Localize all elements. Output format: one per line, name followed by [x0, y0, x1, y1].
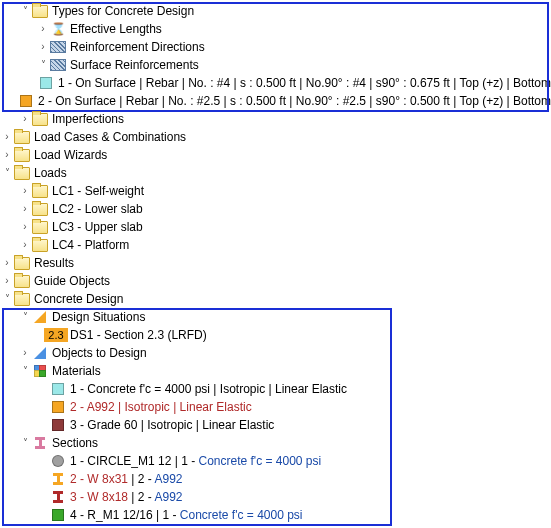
expand-icon[interactable]: ›: [0, 256, 14, 270]
tree-item-material-3[interactable]: · 3 - Grade 60 | Isotropic | Linear Elas…: [0, 416, 551, 434]
tree-label: 1 - CIRCLE_M1 12 | 1 - Concrete f'c = 40…: [70, 452, 321, 470]
tree-item-materials[interactable]: ˅ Materials: [0, 362, 551, 380]
tree-item-lc4[interactable]: › LC4 - Platform: [0, 236, 551, 254]
tree-label: Load Wizards: [34, 146, 107, 164]
tree-label: LC1 - Self-weight: [52, 182, 144, 200]
collapse-icon[interactable]: ˅: [18, 364, 32, 378]
folder-icon: [32, 183, 48, 199]
tree-item-effective-lengths[interactable]: › ⌛ Effective Lengths: [0, 20, 551, 38]
expand-icon[interactable]: ›: [18, 346, 32, 360]
tree-item-load-wizards[interactable]: › Load Wizards: [0, 146, 551, 164]
folder-icon: [14, 129, 30, 145]
tree-label: Types for Concrete Design: [52, 2, 194, 20]
tree-item-reinforcement-directions[interactable]: › Reinforcement Directions: [0, 38, 551, 56]
tree-item-surface-reinf-2[interactable]: · 2 - On Surface | Rebar | No. : #2.5 | …: [0, 92, 551, 110]
triangle-icon: [32, 345, 48, 361]
folder-icon: [32, 219, 48, 235]
expand-icon[interactable]: ›: [18, 220, 32, 234]
tree-label: Guide Objects: [34, 272, 110, 290]
tree-item-surface-reinf-1[interactable]: · 1 - On Surface | Rebar | No. : #4 | s …: [0, 74, 551, 92]
swatch-icon: [50, 399, 66, 415]
folder-icon: [32, 3, 48, 19]
expand-icon[interactable]: ›: [36, 40, 50, 54]
tree-item-lc3[interactable]: › LC3 - Upper slab: [0, 218, 551, 236]
collapse-icon[interactable]: ˅: [18, 436, 32, 450]
swatch-icon: [50, 417, 66, 433]
expand-icon[interactable]: ›: [0, 148, 14, 162]
circle-icon: [50, 453, 66, 469]
folder-icon: [14, 291, 30, 307]
tree-label: Objects to Design: [52, 344, 147, 362]
collapse-icon[interactable]: ˅: [36, 58, 50, 72]
tree-item-section-4[interactable]: · 4 - R_M1 12/16 | 1 - Concrete f'c = 40…: [0, 506, 551, 524]
tree-label: 3 - W 8x18 | 2 - A992: [70, 488, 183, 506]
collapse-icon[interactable]: ˅: [0, 292, 14, 306]
collapse-icon[interactable]: ˅: [18, 310, 32, 324]
tree-label: Load Cases & Combinations: [34, 128, 186, 146]
tree-item-guide-objects[interactable]: › Guide Objects: [0, 272, 551, 290]
tree-label: LC3 - Upper slab: [52, 218, 143, 236]
collapse-icon[interactable]: ˅: [18, 4, 32, 18]
tree-item-material-2[interactable]: · 2 - A992 | Isotropic | Linear Elastic: [0, 398, 551, 416]
tree-item-objects-to-design[interactable]: › Objects to Design: [0, 344, 551, 362]
expand-icon[interactable]: ›: [0, 274, 14, 288]
tree-label: 2 - On Surface | Rebar | No. : #2.5 | s …: [38, 92, 551, 110]
collapse-icon[interactable]: ˅: [0, 166, 14, 180]
tree-label: 4 - R_M1 12/16 | 1 - Concrete f'c = 4000…: [70, 506, 303, 524]
tree-label: LC2 - Lower slab: [52, 200, 143, 218]
tree-item-surface-reinforcements[interactable]: ˅ Surface Reinforcements: [0, 56, 551, 74]
tree-item-concrete-design[interactable]: ˅ Concrete Design: [0, 290, 551, 308]
swatch-icon: [38, 75, 54, 91]
swatch-icon: [50, 507, 66, 523]
expand-icon[interactable]: ›: [18, 184, 32, 198]
tree-label: 2 - W 8x31 | 2 - A992: [70, 470, 183, 488]
triangle-icon: [32, 309, 48, 325]
folder-icon: [32, 201, 48, 217]
tree-item-lc2[interactable]: › LC2 - Lower slab: [0, 200, 551, 218]
tree-label: 2 - A992 | Isotropic | Linear Elastic: [70, 398, 252, 416]
tree-label: Loads: [34, 164, 67, 182]
hourglass-icon: ⌛: [50, 21, 66, 37]
tree-item-section-3[interactable]: · 3 - W 8x18 | 2 - A992: [0, 488, 551, 506]
tree-item-section-2[interactable]: · 2 - W 8x31 | 2 - A992: [0, 470, 551, 488]
tree-item-types-for-concrete-design[interactable]: ˅ Types for Concrete Design: [0, 2, 551, 20]
folder-icon: [14, 147, 30, 163]
ibeam-icon: [50, 471, 66, 487]
tree-label: Effective Lengths: [70, 20, 162, 38]
tree-item-design-situations[interactable]: ˅ Design Situations: [0, 308, 551, 326]
tree-item-loads[interactable]: ˅ Loads: [0, 164, 551, 182]
expand-icon[interactable]: ›: [0, 130, 14, 144]
hatch-icon: [50, 39, 66, 55]
folder-icon: [14, 273, 30, 289]
hatch-icon: [50, 57, 66, 73]
tree-label: Design Situations: [52, 308, 145, 326]
folder-icon: [14, 255, 30, 271]
expand-icon[interactable]: ›: [18, 238, 32, 252]
tree-item-lc1[interactable]: › LC1 - Self-weight: [0, 182, 551, 200]
expand-icon[interactable]: ›: [18, 202, 32, 216]
tree-item-sections[interactable]: ˅ Sections: [0, 434, 551, 452]
folder-icon: [32, 237, 48, 253]
expand-icon[interactable]: ›: [36, 22, 50, 36]
tree-item-material-1[interactable]: · 1 - Concrete f'c = 4000 psi | Isotropi…: [0, 380, 551, 398]
swatch-icon: [50, 381, 66, 397]
tree-label: Imperfections: [52, 110, 124, 128]
ibeam-icon: [50, 489, 66, 505]
tree-item-results[interactable]: › Results: [0, 254, 551, 272]
expand-icon[interactable]: ›: [18, 112, 32, 126]
tree-item-imperfections[interactable]: › Imperfections: [0, 110, 551, 128]
tree-label: 3 - Grade 60 | Isotropic | Linear Elasti…: [70, 416, 274, 434]
tree-item-ds1[interactable]: · 2.3 DS1 - Section 2.3 (LRFD): [0, 326, 551, 344]
tree-label: Surface Reinforcements: [70, 56, 199, 74]
tree-item-load-cases-combinations[interactable]: › Load Cases & Combinations: [0, 128, 551, 146]
folder-icon: [14, 165, 30, 181]
tree-item-section-1[interactable]: · 1 - CIRCLE_M1 12 | 1 - Concrete f'c = …: [0, 452, 551, 470]
tree-label: 1 - Concrete f'c = 4000 psi | Isotropic …: [70, 380, 347, 398]
tree-label: Materials: [52, 362, 101, 380]
tree-label: Sections: [52, 434, 98, 452]
materials-icon: [32, 363, 48, 379]
tree-label: DS1 - Section 2.3 (LRFD): [70, 326, 207, 344]
folder-icon: [32, 111, 48, 127]
badge-icon: 2.3: [50, 327, 66, 343]
tree-label: 1 - On Surface | Rebar | No. : #4 | s : …: [58, 74, 551, 92]
